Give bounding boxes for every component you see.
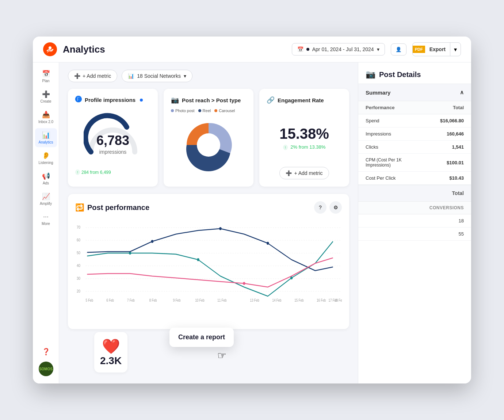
post-reach-legend: Photo post Reel Carousel <box>171 108 246 113</box>
listening-icon: 👂 <box>42 152 50 160</box>
svg-text:13 Feb: 13 Feb <box>250 298 259 302</box>
svg-text:20: 20 <box>77 289 80 293</box>
instagram-icon-panel: 📷 <box>366 70 375 79</box>
profile-impressions-card: 🅕 Profile impressions 6,783 <box>68 89 158 187</box>
post-performance-card: 🔁 Post performance ? ⚙ 70 60 50 40 <box>68 194 349 329</box>
add-metric-label: + Add metric <box>83 73 111 79</box>
pdf-label: PDF <box>413 46 425 53</box>
sidebar-item-amplify[interactable]: 📈 Amplify <box>35 190 57 209</box>
sidebar-item-listening[interactable]: 👂 Listening <box>35 149 57 168</box>
summary-label: Summary <box>366 89 390 96</box>
ads-icon: 📢 <box>42 172 50 180</box>
value-cell: $10.43 <box>433 172 471 185</box>
up-arrow-icon: ↑ <box>75 169 80 175</box>
export-button[interactable]: PDF Export ▾ <box>412 42 461 56</box>
add-metric-inline-button[interactable]: ➕ + Add metric <box>279 167 329 179</box>
avatar-label: SOMOS <box>39 367 53 371</box>
impressions-label: impressions <box>96 149 129 155</box>
performance-table: Performance Total Spend $16,066.80 Impre… <box>358 101 471 185</box>
svg-point-31 <box>219 227 221 230</box>
impressions-change: ↑ 284 from 6,499 <box>75 169 150 175</box>
avatar[interactable]: SOMOS <box>39 362 53 376</box>
table-row: Cost Per Click $10.43 <box>358 172 471 185</box>
amplify-icon: 📈 <box>42 192 50 201</box>
svg-point-33 <box>243 282 245 285</box>
toolbar: ➕ + Add metric 📊 18 Social Networks ▾ <box>68 70 349 82</box>
profile-icon: 👤 <box>396 47 402 52</box>
svg-text:6 Feb: 6 Feb <box>106 298 114 302</box>
sidebar-label-plan: Plan <box>42 79 49 83</box>
help-icon: ❓ <box>42 348 50 356</box>
export-arrow-icon[interactable]: ▾ <box>450 43 461 56</box>
metric-cell: CPM (Cost Per 1K Impressions) <box>358 154 433 172</box>
post-performance-actions: ? ⚙ <box>314 201 342 214</box>
header: Analytics 📅 Apr 01, 2024 - Jul 31, 2024 … <box>33 37 471 62</box>
gauge-text: 6,783 impressions <box>96 133 129 155</box>
heart-icon: ❤️ <box>102 338 120 355</box>
legend-carousel: Carousel <box>214 108 235 113</box>
svg-text:70: 70 <box>77 225 80 229</box>
sidebar-item-ads[interactable]: 📢 Ads <box>35 169 57 188</box>
svg-text:5 Feb: 5 Feb <box>85 298 93 302</box>
svg-text:15 Feb: 15 Feb <box>294 298 303 302</box>
date-range-button[interactable]: 📅 Apr 01, 2024 - Jul 31, 2024 ▾ <box>292 43 385 56</box>
post-details-header: 📷 Post Details <box>358 62 471 84</box>
heart-stat-card: ❤️ 2.3K <box>94 332 127 373</box>
svg-point-0 <box>49 46 51 49</box>
post-details-title: Post Details <box>379 70 421 79</box>
post-reach-title: 📷 Post reach > Post type <box>171 96 246 104</box>
sidebar-item-plan[interactable]: 📅 Plan <box>35 67 57 86</box>
help-button[interactable]: ? <box>314 201 327 214</box>
settings-button[interactable]: ⚙ <box>329 201 342 214</box>
svg-text:50: 50 <box>77 251 80 255</box>
profile-impressions-title: 🅕 Profile impressions <box>75 96 150 104</box>
engagement-up-icon: ↑ <box>283 145 288 150</box>
instagram-icon: 📷 <box>171 96 179 104</box>
value-cell: $100.01 <box>433 154 471 172</box>
table-row: Impressions 160,646 <box>358 127 471 141</box>
metric-cell: Spend <box>358 114 433 127</box>
sidebar: 📅 Plan ➕ Create 📥 Inbox 2.0 📊 Analytics … <box>33 62 59 383</box>
sidebar-help[interactable]: ❓ <box>35 345 57 359</box>
sidebar-item-inbox[interactable]: 📥 Inbox 2.0 <box>35 108 57 127</box>
right-panel: 📷 Post Details Summary ∧ Performance Tot… <box>358 62 471 383</box>
svg-text:14 Feb: 14 Feb <box>272 298 281 302</box>
svg-text:30: 30 <box>77 276 80 280</box>
legend-reel: Reel <box>198 108 211 113</box>
add-metric-button[interactable]: ➕ + Add metric <box>68 70 117 82</box>
svg-text:11 Feb: 11 Feb <box>217 298 226 302</box>
svg-text:18 Feb: 18 Feb <box>335 298 342 302</box>
sidebar-item-analytics[interactable]: 📊 Analytics <box>35 128 57 147</box>
value-cell: $16,066.80 <box>433 114 471 127</box>
create-report-label: Create a report <box>178 333 225 341</box>
create-report-tooltip[interactable]: Create a report <box>169 328 234 347</box>
heart-value: 2.3K <box>100 355 122 367</box>
conversion-value: 18 <box>358 214 471 228</box>
collapse-icon: ∧ <box>460 89 464 96</box>
main-layout: 📅 Plan ➕ Create 📥 Inbox 2.0 📊 Analytics … <box>33 62 471 383</box>
engagement-change: ↑ 2% from 13.38% <box>283 144 326 150</box>
conversions-table: CONVERSIONS 18 55 <box>358 202 471 241</box>
svg-text:60: 60 <box>77 238 80 242</box>
sidebar-label-listening: Listening <box>38 161 53 165</box>
more-icon: ··· <box>43 213 49 221</box>
heart-stat-container: ❤️ 2.3K <box>94 332 127 373</box>
analytics-icon: 📊 <box>42 131 50 139</box>
value-cell: 160,646 <box>433 127 471 141</box>
bar-chart-icon: 📊 <box>128 73 134 79</box>
summary-section-header[interactable]: Summary ∧ <box>358 84 471 101</box>
metrics-row: 🅕 Profile impressions 6,783 <box>68 89 349 187</box>
social-networks-button[interactable]: 📊 18 Social Networks ▾ <box>122 70 192 82</box>
svg-point-28 <box>197 258 199 261</box>
total-section-header: Total <box>358 185 471 202</box>
sidebar-item-more[interactable]: ··· More <box>35 210 57 229</box>
table-row: 18 <box>358 214 471 228</box>
app-window: Analytics 📅 Apr 01, 2024 - Jul 31, 2024 … <box>33 37 471 383</box>
export-text: Export <box>425 43 450 55</box>
live-dot <box>140 99 143 102</box>
sidebar-item-create[interactable]: ➕ Create <box>35 87 57 106</box>
profile-button[interactable]: 👤 <box>391 43 406 56</box>
svg-text:9 Feb: 9 Feb <box>173 298 181 302</box>
svg-point-30 <box>151 240 153 243</box>
conversion-value: 55 <box>358 228 471 241</box>
